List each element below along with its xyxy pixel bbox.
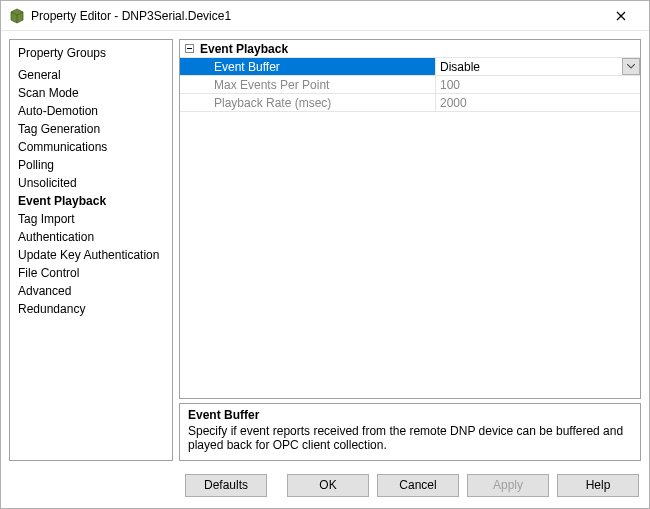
category-label: Event Playback (198, 42, 640, 56)
sidebar-heading: Property Groups (10, 44, 172, 66)
property-value[interactable]: Disable (435, 58, 640, 75)
apply-button[interactable]: Apply (467, 474, 549, 497)
property-row[interactable]: Playback Rate (msec)2000 (180, 94, 640, 112)
property-value[interactable]: 100 (435, 76, 640, 93)
help-button[interactable]: Help (557, 474, 639, 497)
property-grid: Event Playback Event BufferDisableMax Ev… (179, 39, 641, 399)
sidebar-item-polling[interactable]: Polling (10, 156, 172, 174)
sidebar-item-event-playback[interactable]: Event Playback (10, 192, 172, 210)
defaults-button[interactable]: Defaults (185, 474, 267, 497)
dropdown-button[interactable] (622, 58, 640, 75)
sidebar-item-authentication[interactable]: Authentication (10, 228, 172, 246)
window-title: Property Editor - DNP3Serial.Device1 (31, 9, 601, 23)
content-area: Property Groups GeneralScan ModeAuto-Dem… (1, 31, 649, 469)
sidebar-item-advanced[interactable]: Advanced (10, 282, 172, 300)
sidebar-item-tag-generation[interactable]: Tag Generation (10, 120, 172, 138)
property-name: Playback Rate (msec) (180, 94, 435, 111)
category-row[interactable]: Event Playback (180, 40, 640, 58)
app-icon (9, 8, 25, 24)
property-name: Max Events Per Point (180, 76, 435, 93)
sidebar-item-file-control[interactable]: File Control (10, 264, 172, 282)
description-body: Specify if event reports received from t… (188, 424, 632, 452)
close-button[interactable] (601, 2, 641, 30)
description-panel: Event Buffer Specify if event reports re… (179, 403, 641, 461)
property-name: Event Buffer (180, 58, 435, 75)
collapse-icon[interactable] (180, 43, 198, 55)
sidebar-item-update-key-authentication[interactable]: Update Key Authentication (10, 246, 172, 264)
property-value[interactable]: 2000 (435, 94, 640, 111)
sidebar-item-unsolicited[interactable]: Unsolicited (10, 174, 172, 192)
property-groups-sidebar: Property Groups GeneralScan ModeAuto-Dem… (9, 39, 173, 461)
property-row[interactable]: Event BufferDisable (180, 58, 640, 76)
main-panel: Event Playback Event BufferDisableMax Ev… (179, 39, 641, 461)
close-icon (616, 11, 626, 21)
ok-button[interactable]: OK (287, 474, 369, 497)
button-row: Defaults OK Cancel Apply Help (1, 469, 649, 501)
sidebar-item-tag-import[interactable]: Tag Import (10, 210, 172, 228)
sidebar-item-auto-demotion[interactable]: Auto-Demotion (10, 102, 172, 120)
description-title: Event Buffer (188, 408, 632, 422)
sidebar-item-redundancy[interactable]: Redundancy (10, 300, 172, 318)
chevron-down-icon (627, 64, 635, 69)
property-row[interactable]: Max Events Per Point100 (180, 76, 640, 94)
cancel-button[interactable]: Cancel (377, 474, 459, 497)
sidebar-item-scan-mode[interactable]: Scan Mode (10, 84, 172, 102)
sidebar-item-general[interactable]: General (10, 66, 172, 84)
titlebar: Property Editor - DNP3Serial.Device1 (1, 1, 649, 31)
sidebar-item-communications[interactable]: Communications (10, 138, 172, 156)
